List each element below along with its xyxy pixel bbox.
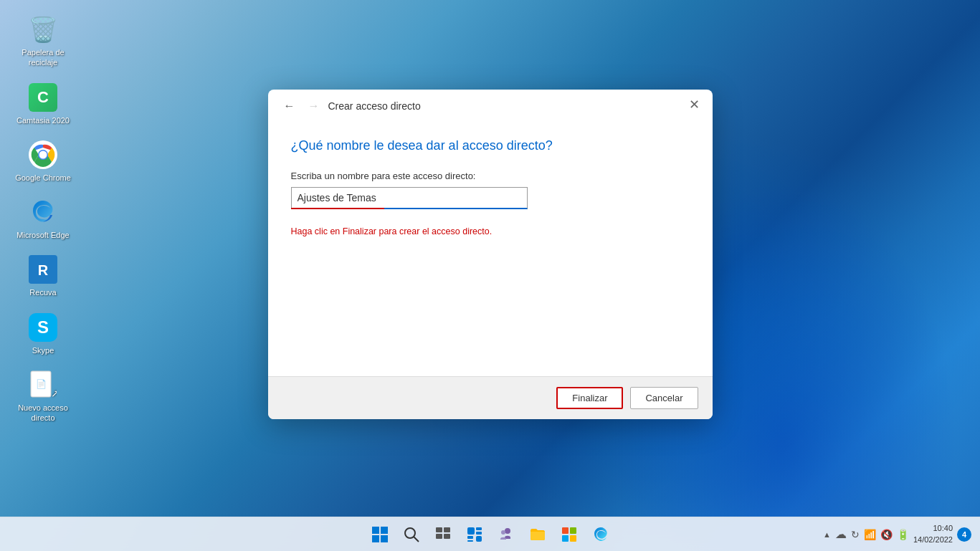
svg-rect-8	[372, 527, 379, 534]
taskbar-notification-badge[interactable]: 4	[957, 527, 971, 542]
tray-volume-icon[interactable]: 🔇	[880, 529, 893, 540]
taskbar-taskview-button[interactable]	[429, 520, 457, 549]
taskbar-start-button[interactable]	[366, 520, 394, 549]
dialog-forward-button[interactable]: →	[305, 98, 323, 114]
tray-refresh-icon[interactable]: ↻	[851, 529, 860, 540]
taskbar-teams-button[interactable]	[492, 520, 520, 549]
taskbar: ▲ ☁ ↻ 📶 🔇 🔋 10:40 14/02/2022 4	[0, 517, 980, 551]
svg-rect-16	[436, 534, 442, 539]
tray-wifi-icon[interactable]: 📶	[864, 529, 876, 540]
svg-rect-15	[444, 527, 450, 532]
taskbar-explorer-button[interactable]	[523, 520, 552, 549]
finalizar-button[interactable]: Finalizar	[556, 387, 623, 409]
svg-rect-17	[444, 534, 450, 539]
taskbar-system-tray: ▲ ☁ ↻ 📶 🔇 🔋 10:40 14/02/2022 4	[823, 523, 971, 545]
taskbar-search-button[interactable]	[397, 520, 426, 549]
dialog-input-label: Escriba un nombre para este acceso direc…	[291, 171, 690, 181]
svg-point-25	[501, 530, 505, 535]
tray-cloud-icon[interactable]: ☁	[835, 527, 847, 541]
taskbar-time: 10:40	[913, 523, 953, 534]
dialog-hint: Haga clic en Finalizar para crear el acc…	[291, 226, 690, 236]
dialog-question: ¿Qué nombre le desea dar al acceso direc…	[291, 138, 690, 153]
svg-rect-18	[467, 527, 475, 535]
svg-rect-26	[562, 527, 569, 534]
shortcut-name-input[interactable]	[291, 187, 528, 209]
desktop: 🗑️ Papelera de reciclaje C Camtasia 2020	[0, 0, 980, 551]
create-shortcut-dialog: ← → Crear acceso directo ✕ ¿Qué nombre l…	[268, 90, 713, 419]
svg-rect-11	[381, 535, 388, 542]
dialog-footer: Finalizar Cancelar	[268, 376, 713, 419]
tray-expand-icon[interactable]: ▲	[823, 530, 831, 539]
svg-rect-19	[476, 527, 482, 530]
taskbar-store-button[interactable]	[555, 520, 584, 549]
cancelar-button[interactable]: Cancelar	[630, 387, 698, 409]
svg-rect-23	[476, 536, 482, 542]
taskbar-edge-button[interactable]	[586, 520, 615, 549]
taskbar-center-icons	[366, 520, 615, 549]
dialog-close-button[interactable]: ✕	[683, 97, 705, 112]
dialog-back-button[interactable]: ←	[280, 98, 300, 114]
svg-rect-27	[570, 527, 576, 534]
taskbar-clock[interactable]: 10:40 14/02/2022	[913, 523, 953, 545]
input-error-underline	[291, 208, 384, 209]
svg-rect-28	[562, 535, 569, 542]
svg-rect-21	[467, 536, 473, 539]
svg-rect-10	[372, 535, 379, 542]
dialog-titlebar: ← → Crear acceso directo ✕	[268, 90, 713, 121]
svg-point-12	[405, 528, 415, 538]
dialog-overlay: ← → Crear acceso directo ✕ ¿Qué nombre l…	[0, 0, 980, 551]
dialog-title: Crear acceso directo	[328, 100, 701, 112]
dialog-input-wrapper	[291, 187, 690, 209]
svg-rect-22	[467, 540, 473, 542]
svg-point-24	[505, 528, 510, 534]
taskbar-widgets-button[interactable]	[460, 520, 489, 549]
taskbar-date: 14/02/2022	[913, 535, 953, 545]
svg-rect-29	[570, 535, 576, 542]
dialog-content: ¿Qué nombre le desea dar al acceso direc…	[268, 121, 713, 376]
svg-rect-9	[381, 527, 388, 534]
svg-rect-14	[436, 527, 442, 532]
tray-battery-icon[interactable]: 🔋	[897, 529, 909, 540]
svg-line-13	[414, 537, 419, 542]
svg-rect-20	[476, 532, 482, 535]
